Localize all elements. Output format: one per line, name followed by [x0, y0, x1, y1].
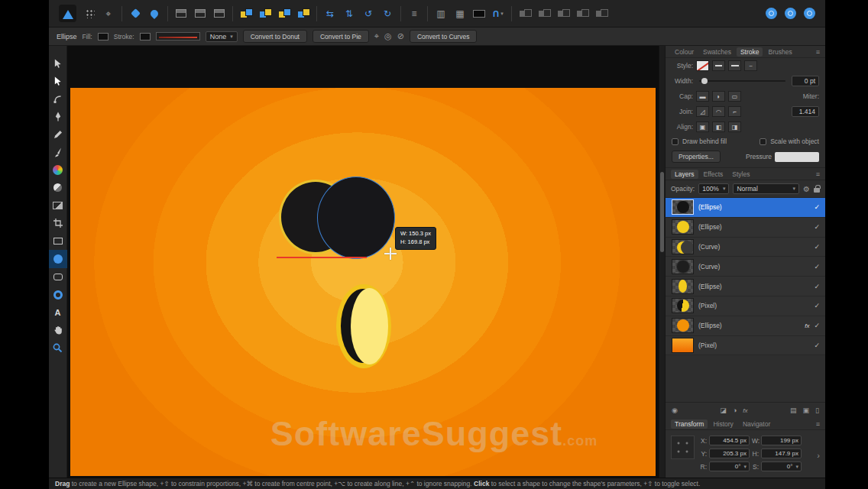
panel-expand-chevron-icon[interactable]: ›: [817, 451, 820, 460]
h-field[interactable]: 147.9 px: [761, 449, 802, 458]
grid-options-icon[interactable]: [83, 7, 96, 21]
hide-selection-icon[interactable]: ⊘: [397, 31, 404, 41]
tab-colour[interactable]: Colour: [671, 47, 698, 57]
quick-zoom-icon[interactable]: [765, 7, 777, 21]
cap-square-button[interactable]: ▭: [728, 91, 741, 102]
layer-row[interactable]: (Curve) ✓: [666, 257, 825, 277]
mask-layer-icon[interactable]: ◪: [720, 406, 727, 414]
stroke-style-brush-button[interactable]: ~: [744, 60, 757, 71]
snapping-options-icon[interactable]: U▾: [492, 7, 504, 21]
vertical-scrollbar[interactable]: [659, 46, 665, 478]
rotate-ccw-icon[interactable]: ↺: [362, 7, 374, 21]
rectangle-tool[interactable]: [49, 232, 67, 250]
colour-cycle-icon[interactable]: [784, 7, 796, 21]
adjustment-layer-icon[interactable]: ◑: [733, 406, 737, 414]
order-middle-icon[interactable]: [194, 7, 206, 21]
colour-picker-tool[interactable]: [49, 161, 67, 179]
visibility-check-icon[interactable]: ✓: [814, 263, 820, 270]
move-to-centre-icon[interactable]: ⌖: [374, 31, 379, 41]
lock-icon[interactable]: [814, 188, 820, 193]
align-inside-button[interactable]: ◧: [712, 121, 725, 132]
stroke-style-none-button[interactable]: [696, 60, 709, 71]
tab-styles[interactable]: Styles: [728, 170, 753, 179]
cap-butt-button[interactable]: ▬: [696, 91, 709, 102]
x-field[interactable]: 454.5 px: [709, 436, 750, 445]
boolean-add-icon[interactable]: [519, 7, 531, 21]
join-bevel-button[interactable]: ⌐: [728, 106, 741, 117]
join-miter-button[interactable]: ◿: [696, 106, 709, 117]
visibility-check-icon[interactable]: ✓: [814, 283, 820, 290]
tab-layers[interactable]: Layers: [671, 170, 698, 179]
transparency-tool[interactable]: [49, 179, 67, 196]
layer-effects-icon[interactable]: ◉: [672, 406, 678, 414]
tab-stroke[interactable]: Stroke: [737, 47, 763, 57]
tab-swatches[interactable]: Swatches: [699, 47, 735, 57]
pen-tool[interactable]: [49, 108, 67, 125]
scale-with-object-checkbox[interactable]: [760, 138, 766, 145]
delete-layer-icon[interactable]: ▯: [815, 406, 819, 414]
width-slider[interactable]: [699, 80, 785, 82]
visibility-check-icon[interactable]: ✓: [814, 342, 820, 349]
donut-tool[interactable]: [49, 286, 67, 303]
insert-behind-icon[interactable]: [240, 7, 252, 21]
fx-icon[interactable]: fx: [805, 322, 809, 329]
divide-grid-icon[interactable]: ▥: [435, 7, 447, 21]
pixel-alignment-icon[interactable]: [148, 7, 160, 21]
tab-history[interactable]: History: [709, 419, 737, 429]
flip-horizontal-icon[interactable]: ⇆: [324, 7, 336, 21]
place-image-tool[interactable]: [49, 196, 67, 214]
transform-origin-icon[interactable]: ⌖: [102, 7, 115, 21]
vector-crop-tool[interactable]: [49, 215, 67, 232]
panel-menu-icon[interactable]: ≡: [816, 170, 820, 178]
boolean-combine-icon[interactable]: [595, 7, 607, 21]
convert-to-pie-button[interactable]: Convert to Pie: [313, 30, 369, 43]
stroke-width-preview[interactable]: [156, 32, 200, 40]
anchor-point-selector[interactable]: [671, 436, 695, 459]
tab-brushes[interactable]: Brushes: [764, 47, 795, 57]
layer-row[interactable]: (Curve) ✓: [666, 238, 825, 257]
tab-effects[interactable]: Effects: [700, 170, 727, 179]
draw-behind-fill-checkbox[interactable]: [672, 138, 679, 145]
visibility-check-icon[interactable]: ✓: [814, 322, 820, 329]
insert-on-top-icon[interactable]: [297, 7, 309, 21]
rounded-rectangle-tool[interactable]: [49, 268, 67, 286]
corner-tool[interactable]: [49, 90, 67, 108]
stroke-swatch[interactable]: [140, 33, 151, 40]
insert-in-front-icon[interactable]: [259, 7, 271, 21]
flip-vertical-icon[interactable]: ⇅: [343, 7, 355, 21]
y-field[interactable]: 205.3 px: [709, 449, 750, 458]
insert-inside-icon[interactable]: [278, 7, 290, 21]
cap-round-button[interactable]: ◗: [712, 91, 725, 102]
layer-row[interactable]: (Pixel) ✓: [666, 336, 825, 356]
new-group-icon[interactable]: ▣: [803, 406, 810, 414]
visibility-check-icon[interactable]: ✓: [814, 223, 820, 231]
snap-to-grid-icon[interactable]: [129, 7, 141, 21]
stroke-style-solid-button[interactable]: [712, 60, 725, 71]
stroke-style-select[interactable]: None▾: [206, 31, 238, 42]
convert-to-donut-button[interactable]: Convert to Donut: [243, 30, 307, 43]
blend-mode-select[interactable]: Normal▾: [733, 183, 799, 194]
visibility-check-icon[interactable]: ✓: [814, 243, 820, 251]
boolean-intersect-icon[interactable]: [557, 7, 569, 21]
rotate-cw-icon[interactable]: ↻: [381, 7, 394, 21]
order-front-icon[interactable]: [213, 7, 225, 21]
visibility-check-icon[interactable]: ✓: [814, 203, 820, 211]
tab-transform[interactable]: Transform: [671, 419, 708, 429]
miter-value-field[interactable]: 1.414: [792, 106, 819, 117]
stroke-style-dash-button[interactable]: [728, 60, 741, 71]
layer-fx-icon[interactable]: fx: [743, 407, 747, 414]
opacity-select[interactable]: 100%▾: [698, 183, 729, 194]
join-round-button[interactable]: ◠: [712, 106, 725, 117]
fill-swatch[interactable]: [98, 33, 108, 40]
view-tool[interactable]: [49, 321, 67, 338]
width-value-field[interactable]: 0 pt: [792, 76, 819, 86]
canvas[interactable]: SoftwareSuggest.com W: 150.3 px H: 169.8…: [67, 46, 659, 478]
pressure-profile-widget[interactable]: [775, 152, 819, 162]
artistic-text-tool[interactable]: A: [49, 303, 67, 321]
zoom-tool[interactable]: [49, 339, 67, 357]
combine-grid-icon[interactable]: ▦: [454, 7, 466, 21]
order-back-icon[interactable]: [175, 7, 187, 21]
blend-options-gear-icon[interactable]: ⚙: [803, 185, 810, 193]
layer-row[interactable]: (Ellipse) ✓: [666, 218, 825, 238]
layer-row[interactable]: (Ellipse) fx ✓: [666, 316, 825, 336]
